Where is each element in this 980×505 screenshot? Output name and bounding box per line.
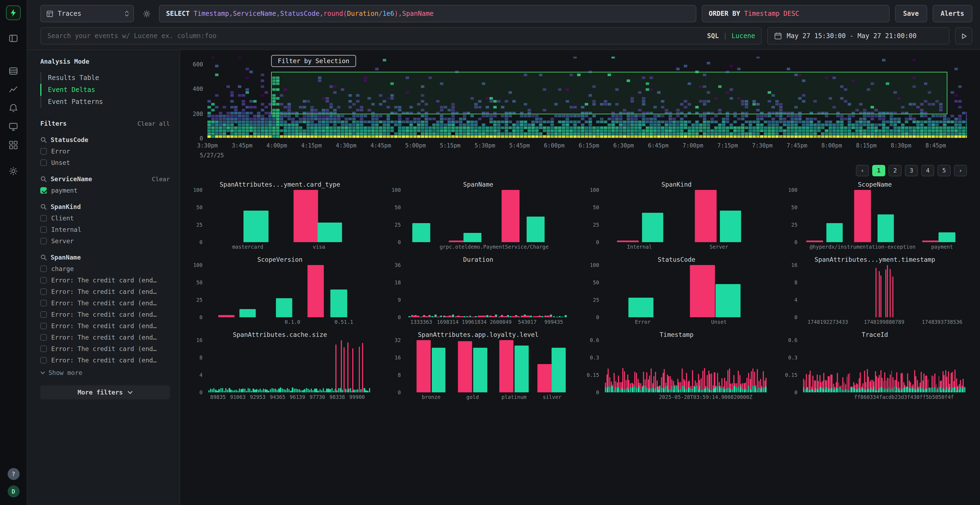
histogram-bar[interactable]	[939, 387, 939, 392]
histogram-bar[interactable]	[232, 390, 234, 392]
checkbox[interactable]	[40, 357, 47, 364]
histogram-bar[interactable]	[822, 389, 823, 392]
histogram-bar[interactable]	[724, 389, 725, 392]
histogram-bar[interactable]	[271, 388, 273, 392]
histogram-bar[interactable]	[283, 389, 285, 392]
bar[interactable]	[240, 309, 256, 317]
histogram-bar[interactable]	[826, 387, 827, 392]
bar[interactable]	[293, 190, 318, 242]
histogram-bar[interactable]	[636, 388, 637, 392]
histogram-bar[interactable]	[682, 386, 683, 392]
spike-bar[interactable]	[344, 348, 345, 392]
checkbox[interactable]	[40, 334, 47, 341]
histogram-bar[interactable]	[624, 371, 625, 392]
analysis-mode-event-deltas[interactable]: Event Deltas	[40, 84, 170, 96]
histogram-bar[interactable]	[273, 389, 274, 392]
checkbox[interactable]	[40, 159, 47, 166]
histogram-bar[interactable]	[838, 388, 839, 392]
histogram-bar[interactable]	[915, 390, 916, 392]
histogram-bar[interactable]	[909, 388, 910, 392]
histogram-bar[interactable]	[766, 386, 767, 392]
histogram-bar[interactable]	[730, 390, 732, 392]
filter-item[interactable]: Error: The credit card (end…	[40, 299, 170, 307]
histogram-bar[interactable]	[752, 386, 754, 392]
histogram-bar[interactable]	[721, 387, 722, 392]
histogram-bar[interactable]	[942, 388, 943, 392]
bar[interactable]	[716, 284, 740, 317]
spike-bar[interactable]	[885, 269, 886, 317]
bar[interactable]	[695, 190, 716, 242]
histogram-bar[interactable]	[925, 389, 926, 392]
histogram-bar[interactable]	[266, 389, 267, 392]
histogram-bar[interactable]	[811, 389, 812, 392]
histogram-bar[interactable]	[892, 389, 893, 392]
histogram-bar[interactable]	[835, 387, 837, 392]
histogram-bar[interactable]	[833, 390, 834, 392]
histogram-bar[interactable]	[868, 389, 869, 392]
spike-bar[interactable]	[880, 275, 881, 317]
checkbox[interactable]	[40, 238, 47, 245]
histogram-bar[interactable]	[861, 388, 862, 392]
histogram-bar[interactable]	[886, 389, 887, 392]
chart-plot[interactable]	[603, 190, 769, 242]
histogram-bar[interactable]	[618, 387, 619, 392]
histogram-bar[interactable]	[244, 389, 245, 392]
results-list-icon[interactable]	[6, 64, 21, 78]
histogram-bar[interactable]	[299, 389, 300, 392]
histogram-bar[interactable]	[212, 389, 213, 392]
selection-box[interactable]	[271, 71, 947, 114]
histogram-bar[interactable]	[648, 389, 649, 392]
histogram-bar[interactable]	[621, 387, 622, 392]
sql-toggle[interactable]: SQL	[707, 32, 719, 40]
histogram-bar[interactable]	[760, 388, 761, 392]
chart-plot[interactable]	[206, 340, 372, 392]
checkbox[interactable]	[40, 288, 47, 295]
histogram-bar[interactable]	[708, 389, 709, 392]
histogram-bar[interactable]	[680, 389, 681, 392]
filter-item[interactable]: Error: The credit card (end…	[40, 311, 170, 318]
histogram-bar[interactable]	[350, 388, 352, 392]
histogram-bar[interactable]	[878, 390, 879, 392]
page-prev-button[interactable]: ‹	[856, 165, 869, 176]
histogram-bar[interactable]	[686, 390, 687, 392]
histogram-bar[interactable]	[292, 388, 293, 392]
histogram-bar[interactable]	[907, 387, 908, 392]
histogram-bar[interactable]	[914, 389, 915, 392]
histogram-bar[interactable]	[745, 389, 746, 392]
histogram-bar[interactable]	[692, 388, 693, 392]
histogram-bar[interactable]	[905, 387, 906, 392]
histogram-bar[interactable]	[210, 388, 211, 392]
histogram-bar[interactable]	[311, 389, 312, 392]
histogram-bar[interactable]	[736, 387, 737, 392]
bell-icon[interactable]	[6, 101, 21, 115]
spike-bar[interactable]	[336, 345, 336, 392]
bar[interactable]	[939, 232, 956, 242]
histogram-bar[interactable]	[804, 389, 805, 392]
histogram-bar[interactable]	[741, 386, 742, 392]
histogram-bar[interactable]	[220, 388, 221, 392]
filter-item[interactable]: Unset	[40, 159, 170, 167]
filter-item[interactable]: Error: The credit card (end…	[40, 356, 170, 364]
histogram-bar[interactable]	[810, 390, 811, 392]
histogram-bar[interactable]	[856, 389, 857, 392]
histogram-bar[interactable]	[705, 388, 706, 392]
histogram-bar[interactable]	[651, 389, 652, 392]
filter-item[interactable]: Error: The credit card (end…	[40, 345, 170, 353]
histogram-bar[interactable]	[900, 390, 902, 392]
histogram-bar[interactable]	[849, 390, 850, 392]
histogram-bar[interactable]	[952, 387, 953, 392]
histogram-bar[interactable]	[698, 389, 699, 392]
histogram-bar[interactable]	[814, 391, 815, 392]
histogram-bar[interactable]	[720, 388, 721, 392]
histogram-bar[interactable]	[259, 389, 261, 392]
histogram-bar[interactable]	[312, 390, 314, 392]
histogram-bar[interactable]	[958, 387, 958, 392]
histogram-bar[interactable]	[829, 388, 830, 392]
histogram-bar[interactable]	[951, 373, 952, 392]
histogram-bar[interactable]	[644, 386, 646, 392]
filter-item[interactable]: Client	[40, 214, 170, 222]
histogram-bar[interactable]	[241, 389, 242, 392]
filter-item[interactable]: Server	[40, 237, 170, 245]
date-range-picker[interactable]: May 27 15:30:00 - May 27 21:00:00	[767, 27, 950, 44]
histogram-bar[interactable]	[699, 386, 700, 392]
